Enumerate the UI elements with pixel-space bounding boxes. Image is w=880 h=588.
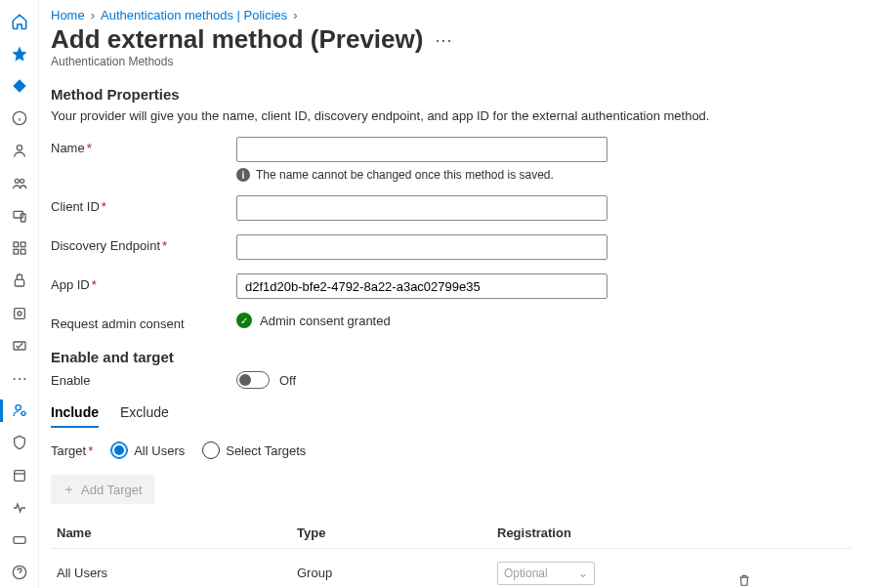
svg-point-4 xyxy=(15,179,19,183)
nav-home-icon[interactable] xyxy=(0,6,39,36)
nav-health-icon[interactable] xyxy=(0,492,39,523)
main-content: Home › Authentication methods | Policies… xyxy=(39,0,880,588)
more-actions-icon[interactable]: ⋯ xyxy=(435,31,452,49)
nav-card-icon[interactable] xyxy=(0,525,39,556)
svg-rect-13 xyxy=(14,308,24,318)
nav-apps-icon[interactable] xyxy=(0,233,39,264)
svg-rect-9 xyxy=(21,242,25,247)
nav-support-icon[interactable] xyxy=(0,558,39,588)
name-hint: The name cannot be changed once this met… xyxy=(256,168,554,182)
radio-select-targets[interactable]: Select Targets xyxy=(202,441,306,459)
svg-rect-18 xyxy=(14,470,24,481)
svg-rect-12 xyxy=(15,280,23,287)
enable-target-heading: Enable and target xyxy=(51,349,860,365)
discovery-endpoint-label: Discovery Endpoint* xyxy=(51,234,236,253)
targets-table: Name Type Registration All Users Group O… xyxy=(51,518,852,588)
nav-verified-icon[interactable] xyxy=(0,330,39,360)
admin-consent-label: Request admin consent xyxy=(51,313,236,331)
breadcrumb-home[interactable]: Home xyxy=(51,8,85,22)
nav-user-settings-icon[interactable] xyxy=(0,396,39,426)
enable-toggle-state: Off xyxy=(279,373,296,388)
nav-devices-icon[interactable] xyxy=(0,200,39,231)
svg-point-5 xyxy=(20,179,23,183)
tab-include[interactable]: Include xyxy=(51,399,99,428)
add-target-button[interactable]: ＋ Add Target xyxy=(51,475,154,504)
cell-name: All Users xyxy=(51,549,291,589)
nav-more-icon[interactable]: ⋯ xyxy=(0,362,39,393)
admin-consent-status: Admin consent granted xyxy=(260,314,391,328)
page-title: Add external method (Preview) xyxy=(51,24,423,55)
nav-book-icon[interactable] xyxy=(0,460,39,490)
nav-governonce-icon[interactable] xyxy=(0,298,39,328)
svg-point-16 xyxy=(16,405,21,410)
nav-user-icon[interactable] xyxy=(0,136,39,166)
client-id-label: Client ID* xyxy=(51,195,236,214)
svg-point-14 xyxy=(18,312,21,315)
col-type: Type xyxy=(291,518,491,549)
enable-label: Enable xyxy=(51,373,236,388)
left-nav-rail: ⋯ xyxy=(0,0,39,588)
breadcrumb: Home › Authentication methods | Policies… xyxy=(51,8,860,22)
col-registration: Registration xyxy=(491,518,732,549)
cell-type: Group xyxy=(291,549,491,589)
include-exclude-tabs: Include Exclude xyxy=(51,399,860,428)
svg-point-17 xyxy=(21,412,25,416)
check-circle-icon: ✓ xyxy=(236,313,252,328)
target-label: Target* xyxy=(51,443,93,458)
col-name: Name xyxy=(51,518,291,549)
radio-all-users[interactable]: All Users xyxy=(110,441,185,459)
breadcrumb-policies[interactable]: Authentication methods | Policies xyxy=(101,8,287,22)
tab-exclude[interactable]: Exclude xyxy=(120,399,169,428)
delete-row-icon[interactable] xyxy=(737,559,846,587)
chevron-down-icon: ⌄ xyxy=(578,567,588,580)
chevron-right-icon: › xyxy=(293,8,297,22)
page-subtitle: Authentication Methods xyxy=(51,55,860,68)
svg-rect-10 xyxy=(14,249,19,254)
discovery-endpoint-input[interactable] xyxy=(236,234,608,260)
svg-point-3 xyxy=(17,146,21,150)
nav-lock-icon[interactable] xyxy=(0,266,39,296)
table-row: All Users Group Optional ⌄ xyxy=(51,549,852,589)
plus-icon: ＋ xyxy=(63,481,75,498)
client-id-input[interactable] xyxy=(236,195,608,221)
nav-info-icon[interactable] xyxy=(0,104,39,134)
svg-rect-11 xyxy=(21,249,25,254)
chevron-right-icon: › xyxy=(91,8,95,22)
nav-shield-icon[interactable] xyxy=(0,428,39,458)
svg-rect-8 xyxy=(14,242,19,247)
svg-rect-20 xyxy=(14,537,25,544)
nav-diamond-icon[interactable] xyxy=(0,70,39,101)
method-properties-desc: Your provider will give you the name, cl… xyxy=(51,108,860,123)
app-id-label: App ID* xyxy=(51,273,236,292)
info-icon: i xyxy=(236,168,250,182)
name-input[interactable] xyxy=(236,137,608,162)
enable-toggle[interactable] xyxy=(236,371,270,389)
method-properties-heading: Method Properties xyxy=(51,86,860,103)
nav-favorites-icon[interactable] xyxy=(0,38,39,68)
registration-select[interactable]: Optional ⌄ xyxy=(497,562,595,585)
app-id-input[interactable] xyxy=(236,273,608,299)
name-label: Name* xyxy=(51,137,236,155)
nav-users-icon[interactable] xyxy=(0,168,39,198)
